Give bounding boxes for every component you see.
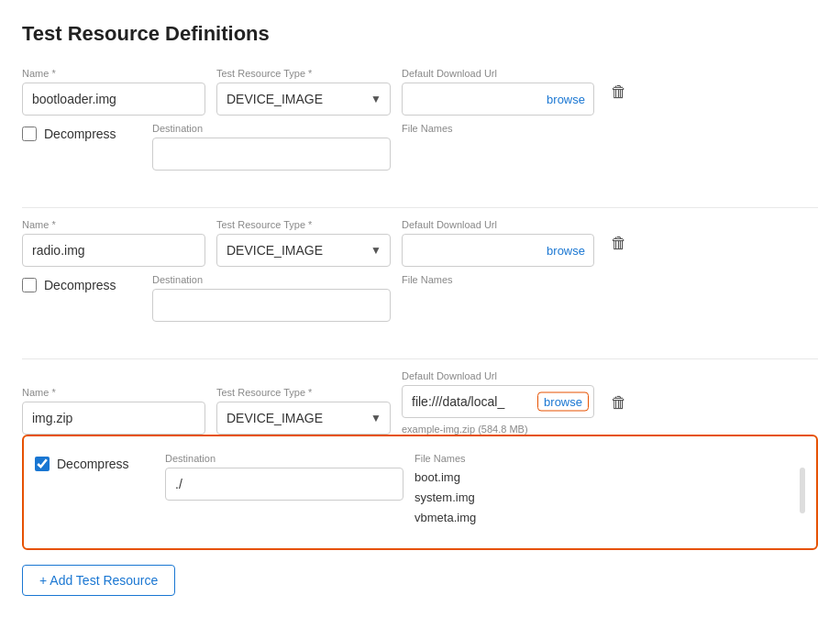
filenames-content-1 [402,138,801,193]
sub-section-1: Decompress Destination File Names [22,116,818,204]
url-wrapper-3: browse [402,385,594,418]
resource-block-1: Name * Test Resource Type * DEVICE_IMAGE… [22,68,818,204]
url-field-group-3: Default Download Url browse example-img.… [402,370,594,435]
destination-input-3[interactable] [165,468,403,501]
type-select-wrapper-2: DEVICE_IMAGEAPKSCRIPTDATA_FILE ▼ [216,234,391,267]
sub-row-2: Decompress Destination File Names [22,267,818,355]
decompress-label-1: Decompress [44,127,116,141]
decompress-label-2: Decompress [44,278,116,292]
destination-input-2[interactable] [152,289,391,322]
destination-wrap-1: Destination [152,123,391,171]
url-wrapper-1: browse [402,83,594,116]
browse-button-2[interactable]: browse [543,242,589,259]
type-select-wrapper-3: DEVICE_IMAGEAPKSCRIPTDATA_FILE ▼ [216,402,391,435]
resource-block-2: Name * Test Resource Type * DEVICE_IMAGE… [22,219,818,355]
filenames-label-2: File Names [402,274,801,285]
filenames-content-3: boot.imgsystem.imgvbmeta.img [414,468,789,528]
decompress-wrap-2: Decompress [22,274,141,292]
destination-label-1: Destination [152,123,391,134]
url-label-1: Default Download Url [402,68,594,79]
decompress-wrap-3: Decompress [35,453,154,471]
decompress-checkbox-3[interactable] [35,457,50,471]
name-label-1: Name * [22,68,205,79]
scrollbar-2 [812,286,818,332]
browse-button-3[interactable]: browse [537,392,589,412]
name-input-2[interactable] [22,234,205,267]
type-select-wrapper-1: DEVICE_IMAGEAPKSCRIPTDATA_FILE ▼ [216,83,391,116]
destination-label-3: Destination [165,453,403,464]
delete-button-1[interactable]: 🗑 [605,77,633,107]
type-field-group-2: Test Resource Type * DEVICE_IMAGEAPKSCRI… [216,219,391,267]
decompress-checkbox-2[interactable] [22,278,37,292]
decompress-label-3: Decompress [57,457,129,471]
scrollbar-3[interactable] [800,468,805,513]
filenames-label-3: File Names [414,453,789,464]
url-label-3: Default Download Url [402,370,594,381]
add-test-resource-button[interactable]: + Add Test Resource [22,565,175,596]
url-label-2: Default Download Url [402,219,594,230]
scrollbar-1 [812,135,818,181]
url-field-group-1: Default Download Url browse [402,68,594,116]
destination-wrap-2: Destination [152,274,391,322]
add-resource-row: + Add Test Resource [22,565,818,596]
url-field-group-2: Default Download Url browse [402,219,594,267]
destination-input-1[interactable] [152,138,391,171]
filenames-wrap-2: File Names [402,274,801,344]
file-info-3: example-img.zip (584.8 MB) [402,424,594,435]
type-select-3[interactable]: DEVICE_IMAGEAPKSCRIPTDATA_FILE [216,402,391,435]
decompress-wrap-1: Decompress [22,123,141,141]
decompress-checkbox-1[interactable] [22,127,37,141]
sub-row-1: Decompress Destination File Names [22,116,818,204]
filenames-label-1: File Names [402,123,801,134]
name-input-3[interactable] [22,402,205,435]
sub-section-3: Decompress Destination File Names boot.i… [22,435,818,550]
url-wrapper-2: browse [402,234,594,267]
name-label-2: Name * [22,219,205,230]
sub-row-3: Decompress Destination File Names boot.i… [35,446,805,539]
divider-1 [22,207,818,208]
filenames-wrap-3: File Names boot.imgsystem.imgvbmeta.img [414,453,789,528]
page-title: Test Resource Definitions [22,22,818,46]
resources-container: Name * Test Resource Type * DEVICE_IMAGE… [22,68,818,550]
sub-section-2: Decompress Destination File Names [22,267,818,355]
type-label-3: Test Resource Type * [216,387,391,398]
delete-button-3[interactable]: 🗑 [605,388,633,418]
name-field-group-3: Name * [22,387,205,435]
filenames-wrap-1: File Names [402,123,801,193]
type-label-2: Test Resource Type * [216,219,391,230]
destination-wrap-3: Destination [165,453,403,501]
divider-2 [22,358,818,359]
destination-label-2: Destination [152,274,391,285]
resource-row-2: Name * Test Resource Type * DEVICE_IMAGE… [22,219,818,267]
name-label-3: Name * [22,387,205,398]
name-input-1[interactable] [22,83,205,116]
resource-row-3: Name * Test Resource Type * DEVICE_IMAGE… [22,370,818,435]
type-label-1: Test Resource Type * [216,68,391,79]
resource-row-1: Name * Test Resource Type * DEVICE_IMAGE… [22,68,818,116]
filenames-content-2 [402,289,801,344]
delete-button-2[interactable]: 🗑 [605,228,633,259]
type-field-group-3: Test Resource Type * DEVICE_IMAGEAPKSCRI… [216,387,391,435]
type-select-2[interactable]: DEVICE_IMAGEAPKSCRIPTDATA_FILE [216,234,391,267]
type-field-group-1: Test Resource Type * DEVICE_IMAGEAPKSCRI… [216,68,391,116]
type-select-1[interactable]: DEVICE_IMAGEAPKSCRIPTDATA_FILE [216,83,391,116]
browse-button-1[interactable]: browse [543,91,589,108]
name-field-group-1: Name * [22,68,205,116]
resource-block-3: Name * Test Resource Type * DEVICE_IMAGE… [22,370,818,550]
name-field-group-2: Name * [22,219,205,267]
